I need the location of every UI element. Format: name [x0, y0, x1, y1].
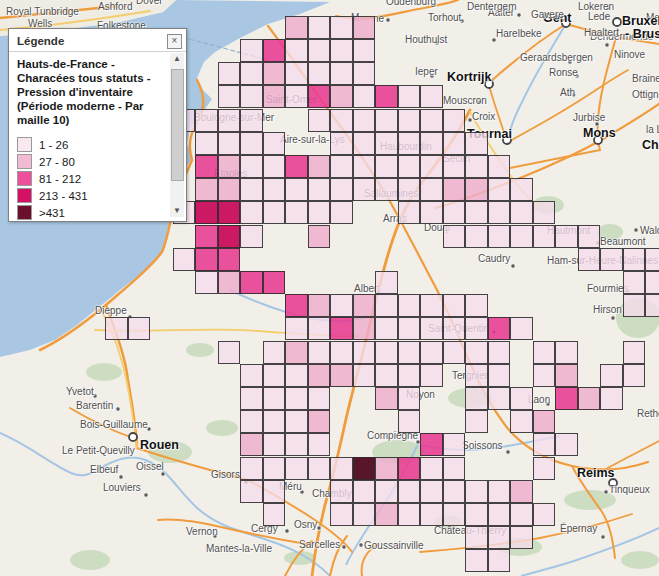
- map-place-label: Ath: [560, 87, 575, 98]
- density-cell: [465, 294, 488, 317]
- density-cell: [375, 457, 398, 480]
- density-cell: [285, 294, 308, 317]
- density-cell: [420, 317, 443, 340]
- density-cell: [330, 85, 353, 108]
- density-cell: [308, 457, 331, 480]
- density-cell: [465, 225, 488, 248]
- density-cell: [533, 201, 556, 224]
- density-cell: [465, 364, 488, 387]
- density-cell: [263, 271, 286, 294]
- map-place-label: Le Petit-Quevilly: [62, 445, 135, 456]
- legend-items: 1 - 2627 - 8081 - 212213 - 431>431: [17, 136, 169, 221]
- density-cell: [218, 85, 241, 108]
- density-cell: [555, 364, 578, 387]
- density-cell: [443, 178, 466, 201]
- density-cell: [330, 62, 353, 85]
- density-cell: [420, 503, 443, 526]
- density-cell: [285, 457, 308, 480]
- density-cell: [465, 317, 488, 340]
- density-cell: [375, 503, 398, 526]
- density-cell: [218, 341, 241, 364]
- density-cell: [398, 109, 421, 132]
- density-cell: [263, 387, 286, 410]
- density-cell: [375, 109, 398, 132]
- density-cell: [330, 132, 353, 155]
- density-cell: [578, 225, 601, 248]
- density-cell: [398, 480, 421, 503]
- density-cell: [398, 294, 421, 317]
- density-cell: [488, 317, 511, 340]
- density-cell: [488, 178, 511, 201]
- map-place-label: Gavere: [531, 9, 564, 20]
- legend-swatch: [17, 137, 32, 152]
- density-cell: [263, 457, 286, 480]
- legend-heading-line: Pression d'inventaire: [17, 85, 169, 99]
- scrollbar-thumb[interactable]: [171, 69, 184, 181]
- legend-title-bar[interactable]: Légende ×: [9, 29, 186, 52]
- legend-heading: Hauts-de-France -Characées tous statuts …: [17, 57, 169, 127]
- density-cell: [285, 62, 308, 85]
- density-cell: [195, 225, 218, 248]
- density-cell: [398, 155, 421, 178]
- density-cell: [420, 480, 443, 503]
- scroll-up-icon[interactable]: ▲: [170, 53, 184, 65]
- density-cell: [330, 480, 353, 503]
- map-place-label: Oissel: [136, 461, 164, 472]
- map-place-label: Dover: [136, 0, 163, 6]
- density-cell: [375, 480, 398, 503]
- density-cell: [240, 387, 263, 410]
- legend-swatch: [17, 154, 32, 169]
- map-place-label: la Louvière: [646, 124, 659, 135]
- density-cell: [375, 387, 398, 410]
- density-cell: [375, 317, 398, 340]
- density-cell: [488, 201, 511, 224]
- map-place-label: Barentin: [76, 400, 113, 411]
- density-cell: [375, 85, 398, 108]
- density-cell: [285, 201, 308, 224]
- map-place-label: Reims: [577, 466, 615, 480]
- map-place-label: Ashford: [98, 1, 132, 12]
- density-cell: [308, 39, 331, 62]
- close-icon[interactable]: ×: [167, 34, 182, 49]
- legend-scrollbar[interactable]: ▲ ▼: [170, 53, 184, 217]
- map-place-label: Osny: [294, 519, 317, 530]
- density-cell: [375, 364, 398, 387]
- map-place-label: Tinqueux: [609, 484, 650, 495]
- density-cell: [353, 503, 376, 526]
- density-cell: [240, 225, 263, 248]
- density-cell: [308, 16, 331, 39]
- density-cell: [263, 410, 286, 433]
- density-cell: [465, 155, 488, 178]
- map-place-label: Oudenburg: [386, 0, 436, 7]
- density-cell: [488, 364, 511, 387]
- density-cell: [330, 178, 353, 201]
- density-cell: [263, 62, 286, 85]
- map-place-label: Elbeuf: [90, 464, 118, 475]
- density-cell: [285, 433, 308, 456]
- density-cell: [420, 201, 443, 224]
- density-cell: [240, 433, 263, 456]
- legend-item: >431: [17, 204, 169, 221]
- density-cell: [533, 503, 556, 526]
- density-cell: [600, 364, 623, 387]
- density-cell: [375, 132, 398, 155]
- map-place-label: Rouen: [140, 438, 179, 452]
- density-cell: [533, 364, 556, 387]
- density-cell: [330, 39, 353, 62]
- density-cell: [465, 132, 488, 155]
- map-place-label: Soissons: [462, 440, 503, 451]
- density-cell: [330, 155, 353, 178]
- density-cell: [398, 317, 421, 340]
- map-place-label: Mantes-la-Ville: [206, 543, 272, 554]
- density-cell: [195, 155, 218, 178]
- density-cell: [353, 364, 376, 387]
- scroll-down-icon[interactable]: ▼: [170, 205, 184, 217]
- map-place-label: Mouscron: [443, 95, 487, 106]
- map-place-label: Dieppe: [95, 305, 127, 316]
- density-cell: [533, 341, 556, 364]
- density-cell: [330, 364, 353, 387]
- density-cell: [240, 155, 263, 178]
- density-cell: [623, 294, 646, 317]
- map-place-label: Bois-Guillaume: [80, 419, 148, 430]
- map-place-label: Kortrijk: [447, 70, 491, 84]
